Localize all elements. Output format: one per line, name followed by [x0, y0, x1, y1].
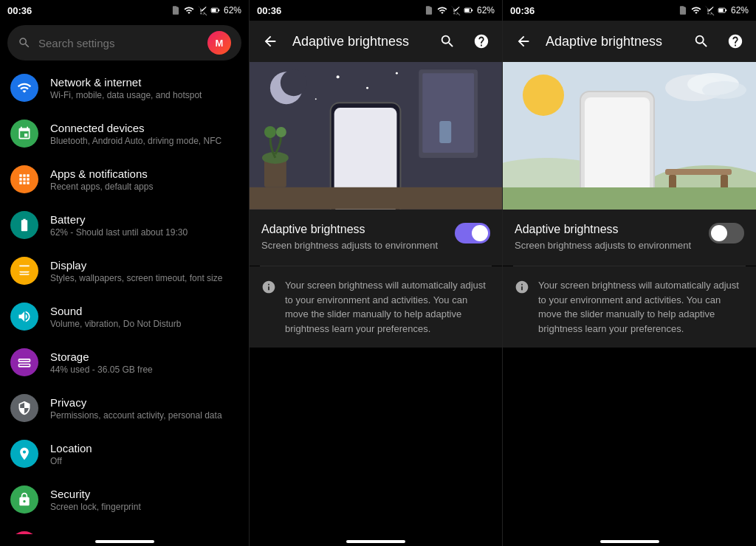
status-bar-middle: 00:36 62%	[250, 0, 502, 21]
battery-pct-middle: 62%	[477, 5, 495, 15]
svg-rect-4	[465, 9, 470, 13]
search-bar[interactable]: M	[7, 25, 241, 61]
time-left: 00:36	[7, 5, 32, 16]
battery-icon-r	[718, 5, 728, 15]
sound-icon	[10, 303, 38, 331]
sidebar-item-display[interactable]: Display Styles, wallpapers, screen timeo…	[0, 248, 249, 294]
sidebar-item-storage[interactable]: Storage 44% used - 36.05 GB free	[0, 339, 249, 385]
location-icon	[10, 440, 38, 468]
sound-subtitle: Volume, vibration, Do Not Disturb	[50, 319, 181, 329]
sound-title: Sound	[50, 305, 181, 317]
battery-pct-left: 62%	[224, 5, 241, 15]
page-title-right: Adaptive brightness	[546, 34, 679, 49]
setting-label-right: Adaptive brightness	[515, 223, 691, 236]
sim-icon-r	[678, 5, 688, 15]
sidebar-item-battery[interactable]: Battery 62% - Should last until about 19…	[0, 202, 249, 248]
storage-title: Storage	[50, 350, 153, 363]
apps-subtitle: Recent apps, default apps	[50, 182, 153, 192]
svg-rect-5	[471, 10, 472, 11]
display-subtitle: Styles, wallpapers, screen timeout, font…	[50, 273, 222, 283]
connected-title: Connected devices	[50, 122, 221, 134]
svg-rect-46	[503, 187, 756, 210]
adaptive-brightness-setting-middle: Adaptive brightness Screen brightness ad…	[250, 210, 502, 266]
display-icon	[10, 257, 38, 285]
sidebar-item-apps[interactable]: Apps & notifications Recent apps, defaul…	[0, 156, 249, 202]
network-icon	[10, 74, 38, 102]
signal-icon-r	[704, 5, 715, 15]
nav-indicator-left	[95, 540, 154, 543]
sim-icon-m	[424, 5, 434, 15]
connected-subtitle: Bluetooth, Android Auto, driving mode, N…	[50, 136, 221, 146]
network-subtitle: Wi-Fi, mobile, data usage, and hotspot	[50, 90, 202, 100]
svg-rect-26	[250, 187, 502, 210]
sidebar-item-privacy[interactable]: Privacy Permissions, account activity, p…	[0, 385, 249, 431]
info-section-right: Your screen brightness will automaticall…	[503, 266, 756, 348]
nav-indicator-right	[600, 540, 659, 543]
help-button-middle[interactable]	[470, 30, 493, 53]
location-title: Location	[50, 442, 92, 455]
status-icons-right: 62%	[678, 5, 749, 15]
toggle-thumb-right	[711, 225, 727, 241]
adaptive-brightness-panel-right: 00:36 62% Adaptive brightness	[503, 0, 756, 546]
top-bar-middle: Adaptive brightness	[250, 21, 502, 62]
status-icons-middle: 62%	[424, 5, 495, 15]
help-button-right[interactable]	[724, 30, 747, 53]
setting-label-middle: Adaptive brightness	[261, 223, 438, 236]
svg-rect-43	[665, 169, 732, 175]
sidebar-item-connected[interactable]: Connected devices Bluetooth, Android Aut…	[0, 111, 249, 156]
settings-list-panel: 00:36 62% M Network & internet Wi-Fi, mo…	[0, 0, 250, 546]
adaptive-brightness-panel-middle: 00:36 62% Adaptive brightness	[250, 0, 503, 546]
svg-point-33	[702, 81, 746, 99]
info-text-right: Your screen brightness will automaticall…	[538, 278, 744, 336]
battery-title: Battery	[50, 213, 188, 226]
nav-indicator-middle	[346, 540, 405, 543]
svg-rect-29	[725, 10, 726, 11]
security-icon	[10, 485, 38, 514]
search-input[interactable]	[38, 37, 200, 49]
status-bar-left: 00:36 62%	[0, 0, 249, 21]
illustration-middle	[250, 62, 502, 210]
setting-desc-right: Screen brightness adjusts to environment	[515, 239, 691, 252]
svg-point-18	[276, 127, 286, 137]
privacy-icon	[10, 394, 38, 422]
sidebar-item-network[interactable]: Network & internet Wi-Fi, mobile, data u…	[0, 65, 249, 111]
security-title: Security	[50, 488, 141, 500]
display-title: Display	[50, 259, 222, 272]
back-button-middle[interactable]	[258, 30, 282, 53]
storage-subtitle: 44% used - 36.05 GB free	[50, 364, 153, 375]
battery-subtitle: 62% - Should last until about 19:30	[50, 227, 188, 238]
bottom-nav-middle	[250, 534, 502, 546]
svg-rect-25	[439, 121, 451, 143]
svg-point-10	[281, 69, 307, 96]
adaptive-brightness-toggle-middle[interactable]	[455, 223, 490, 243]
illustration-right	[503, 62, 756, 210]
setting-desc-middle: Screen brightness adjusts to environment	[261, 239, 438, 252]
sidebar-item-accounts[interactable]: Accounts WhatsApp, Google, and Duo	[0, 522, 249, 534]
top-bar-right: Adaptive brightness	[503, 21, 756, 62]
time-right: 00:36	[510, 5, 535, 16]
battery-icon	[210, 5, 221, 15]
back-button-right[interactable]	[512, 30, 535, 53]
battery-pct-right: 62%	[731, 5, 749, 15]
svg-rect-28	[719, 9, 724, 13]
toggle-thumb-middle	[472, 225, 488, 241]
info-icon-right	[515, 280, 529, 336]
svg-point-13	[315, 98, 317, 100]
search-button-right[interactable]	[690, 30, 713, 53]
avatar[interactable]: M	[207, 31, 231, 55]
svg-point-17	[264, 126, 276, 138]
info-icon-middle	[261, 280, 276, 336]
connected-icon	[10, 120, 38, 148]
wifi-icon-r	[691, 5, 701, 15]
sidebar-item-sound[interactable]: Sound Volume, vibration, Do Not Disturb	[0, 294, 249, 339]
sidebar-item-security[interactable]: Security Screen lock, fingerprint	[0, 477, 249, 522]
search-button-middle[interactable]	[436, 30, 459, 53]
bottom-nav-left	[0, 534, 249, 546]
status-icons-left: 62%	[171, 5, 241, 15]
page-title-middle: Adaptive brightness	[292, 34, 425, 49]
sidebar-item-location[interactable]: Location Off	[0, 431, 249, 477]
location-subtitle: Off	[50, 456, 92, 466]
signal-icon	[197, 5, 207, 15]
adaptive-brightness-toggle-right[interactable]	[709, 223, 744, 243]
apps-title: Apps & notifications	[50, 167, 153, 180]
